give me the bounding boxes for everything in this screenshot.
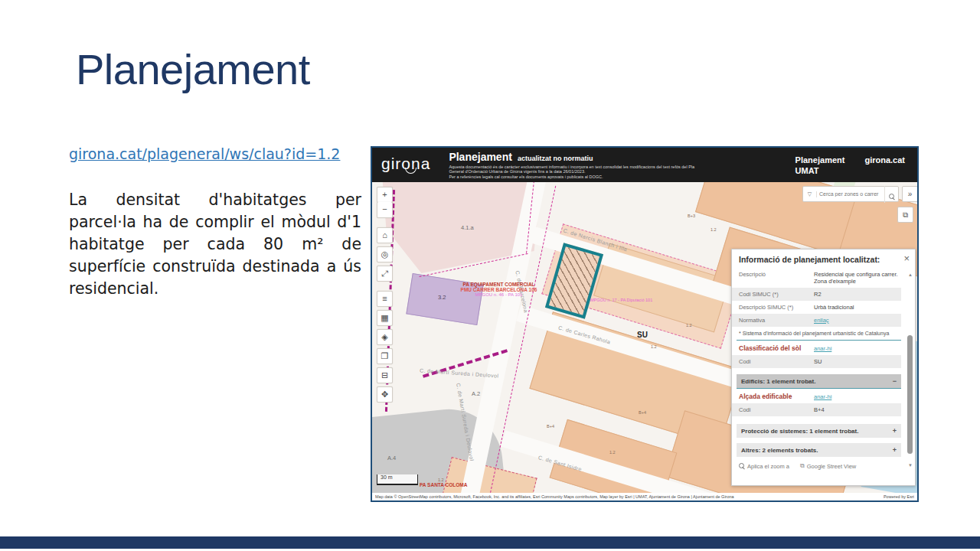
zone-label-su: SU [637,331,648,339]
print-button[interactable]: ❐ [377,348,393,364]
measure-button[interactable]: ⊟ [377,367,393,383]
search-box: ▽ [802,186,899,202]
info-panel-title: Informació de planejament localitzat: [732,249,915,268]
plan-label-stack: PA EQUIPAMENT COMERCIAL PMU CARRER BARCE… [432,282,566,297]
search-input[interactable] [817,191,884,197]
source-link[interactable]: girona.cat/plageneral/ws/clau?id=1.2 [69,145,340,162]
plan-label-mpgou46: MPGOU n. 46 - PA 101 [432,292,566,297]
body-text: La densitat d'habitatges per parcel·la h… [69,189,361,300]
attribute-row: Descripció Residencial que configura car… [732,268,901,288]
zoom-to-icon [739,463,745,469]
lot-label: B+4 [547,424,554,429]
viewer-org-name: UMAT [795,166,845,175]
lot-label: 1.2 [710,227,717,232]
attribute-row: Codi B+4 [732,403,901,416]
attribute-row: Codi SU [732,355,901,368]
attribute-value: B+4 [814,406,901,413]
viewer-site-label: girona.cat [864,155,905,165]
edificis-accordion[interactable]: Edificis: 1 element trobat. − [737,374,901,388]
viewer-header: girona Planejament actualitzat no normat… [372,148,917,182]
alcada-title: Alçada edificable [739,393,814,400]
map-viewer-screenshot: girona Planejament actualitzat no normat… [371,146,919,502]
attribute-row: Codi SIMUC (*) R2 [732,288,901,301]
viewer-app-subtitle: actualitzat no normatiu [518,155,593,162]
expand-icon[interactable]: + [893,446,897,454]
page-title: Planejament [76,44,310,94]
attribute-value: Urbà tradicional [814,304,901,311]
street-view-icon: ⧉ [800,462,805,470]
locate-button[interactable]: ◎ [377,246,393,262]
plan-label-mpgou17: MPGOU n. 17 - PA Diputació 101 [590,298,652,302]
viewer-disclaimer-line2: Girona vigents fins a la data 26/01/2023… [510,169,586,174]
attribute-label: Descripció SIMUC (*) [739,304,814,311]
attribute-label: Codi [739,358,814,365]
apply-zoom-action[interactable]: Aplica el zoom a [739,463,789,470]
lot-label: 1.2 [651,344,657,349]
alcada-section: Alçada edificable anar-hi [732,389,903,403]
close-icon[interactable]: × [903,253,910,264]
zone-label-a4: A.4 [387,455,396,461]
slide-footer-bar [0,536,980,549]
powered-by-esri: Powered by Esri [884,494,914,499]
plan-label-pa-equipament: PA EQUIPAMENT COMERCIAL [432,282,566,287]
attribute-label: Normativa [739,317,814,324]
viewer-app-title: Planejament [449,151,511,163]
edificis-header: Edificis: 1 element trobat. [741,378,815,385]
viewer-disclaimer-line3: Per a referències legals cal consultar e… [449,174,603,179]
panel-footnote: * Sistema d'informació del planejament u… [732,327,903,340]
search-bar: ▽ » [802,186,917,202]
zoom-out-button[interactable]: − [377,202,393,218]
zone-label-a2: A.2 [472,390,480,397]
collapse-icon[interactable]: − [893,377,897,385]
home-button[interactable]: ⌂ [377,227,393,243]
map-canvas[interactable]: 4.1.a 3.2 A.2 A.4 SU PA EQUIPAMENT COMER… [372,182,917,493]
lot-label: 1.2 [686,323,692,328]
search-dropdown-icon[interactable]: ▽ [803,191,817,197]
legend-button[interactable]: ≡ [377,291,393,307]
altres-accordion[interactable]: Altres: 2 elements trobats. + [737,443,901,457]
alcada-goto-link[interactable]: anar-hi [814,393,831,400]
panel-scrollbar-thumb[interactable] [907,335,913,454]
presentation-slide: Planejament girona.cat/plageneral/ws/cla… [0,0,980,551]
classificacio-section: Classificació del sòl anar-hi [732,341,903,355]
attribute-label: Codi SIMUC (*) [739,291,814,298]
lot-label: 1.2 [609,450,616,455]
classificacio-title: Classificació del sòl [739,344,814,352]
lot-label: B+3 [688,214,695,218]
street-view-action[interactable]: ⧉Google Street View [800,462,856,470]
compare-maps-button[interactable]: ⧉ [897,207,913,223]
search-icon[interactable] [884,186,898,203]
viewer-header-right: Planejament UMAT girona.cat [795,155,917,175]
layers-button[interactable]: ◈ [377,329,393,345]
info-panel-body: Descripció Residencial que configura car… [732,268,915,475]
attribute-row: Descripció SIMUC (*) Urbà tradicional [732,301,901,314]
attribute-row: Normativa enllaç [732,314,901,327]
panel-actions: Aplica el zoom a ⧉Google Street View [732,457,903,475]
panel-scroll-up-icon[interactable]: ▲ [908,272,913,277]
attribute-label: Codi [739,406,814,413]
extent-button[interactable]: ⤢ [377,266,393,282]
proteccio-accordion[interactable]: Protecció de sistemes: 1 element trobat.… [737,424,901,438]
basemap-button[interactable]: ▦ [377,310,393,326]
info-panel: Informació de planejament localitzat: × … [731,249,916,486]
plan-label-pmu: PMU CARRER BARCELONA 106 [432,287,566,292]
zoom-in-button[interactable]: + [377,187,393,203]
panel-scroll-down-icon[interactable]: ▼ [908,463,913,468]
attribute-label: Descripció [739,271,814,285]
map-toolbar: + − ⌂ ◎ ⤢ ≡ ▦ ◈ ❐ ⊟ ✥ [377,187,393,403]
expand-icon[interactable]: + [893,427,897,435]
scale-bar: 30 m [377,474,418,485]
expand-tools-button[interactable]: » [902,186,917,202]
attribute-value: SU [814,358,901,365]
altres-header: Altres: 2 elements trobats. [741,447,818,454]
lot-label: B+4 [639,410,646,415]
attribute-value: Residencial que configura carrer. Zona d… [814,271,901,285]
girona-logo: girona [372,155,439,176]
pan-button[interactable]: ✥ [377,386,393,403]
classificacio-goto-link[interactable]: anar-hi [814,345,831,352]
map-attribution: Map data © OpenStreetMap contributors, M… [372,493,917,500]
plan-label-pa-santa-coloma: PA SANTA COLOMA [420,482,467,487]
proteccio-header: Protecció de sistemes: 1 element trobat. [741,428,858,435]
normativa-link[interactable]: enllaç [814,317,901,324]
viewer-org-title: Planejament [795,155,845,165]
